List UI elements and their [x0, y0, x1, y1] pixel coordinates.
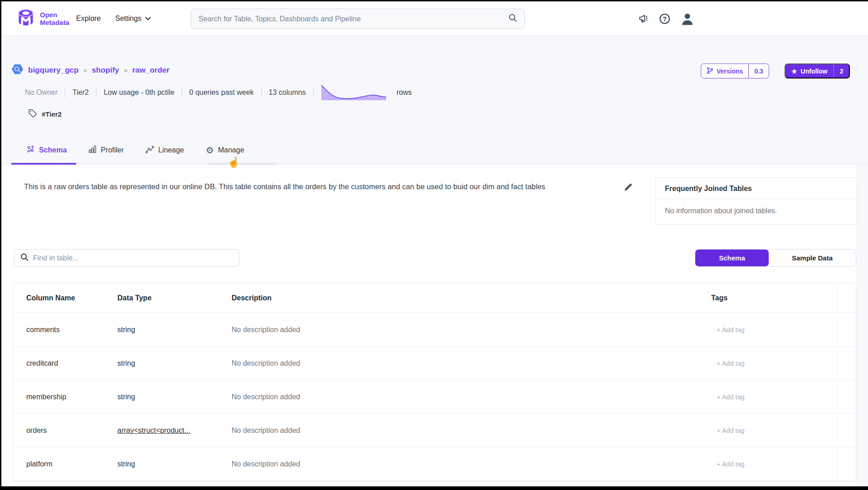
breadcrumb-separator: »: [124, 66, 128, 74]
top-navbar: Open Metadata Explore Settings: [1, 1, 868, 36]
svg-text:?: ?: [663, 15, 666, 22]
breadcrumb-database[interactable]: shopify: [92, 66, 119, 75]
divider: [313, 88, 314, 98]
schema-sample-toggle: Schema Sample Data: [695, 249, 856, 267]
add-tag-button[interactable]: + Add tag: [711, 360, 856, 367]
stat-queries: 0 queries past week: [189, 88, 254, 97]
bigquery-icon: [11, 63, 24, 77]
table-row: membership string No description added +…: [13, 380, 856, 414]
stat-columns: 13 columns: [269, 88, 306, 97]
tag-icon: [28, 108, 37, 120]
data-type-cell: string: [117, 393, 232, 401]
breadcrumb-service[interactable]: bigquery_gcp: [28, 66, 78, 75]
entity-tabs: Schema Profiler Lineage: [26, 142, 244, 158]
stat-usage: Low usage - 0th pctile: [104, 88, 175, 97]
column-name-cell: comments: [26, 326, 117, 334]
column-name-cell: platform: [26, 460, 117, 468]
manage-gear-icon: ⚙: [206, 146, 214, 155]
header-data-type: Data Type: [117, 294, 232, 302]
description-cell: No description added: [232, 393, 711, 401]
tab-lineage[interactable]: Lineage: [145, 146, 184, 155]
app-window: Open Metadata Explore Settings: [0, 0, 868, 490]
tab-lineage-label: Lineage: [158, 146, 184, 154]
column-name-cell: membership: [26, 393, 117, 401]
nav-settings[interactable]: Settings: [115, 15, 151, 23]
header-description: Description: [232, 294, 711, 302]
toggle-schema[interactable]: Schema: [695, 250, 769, 266]
description-cell: No description added: [232, 426, 711, 435]
nav-icons: ?: [638, 1, 694, 36]
find-in-table-box: [14, 249, 239, 267]
data-type-cell: string: [117, 326, 232, 334]
edit-description-pencil-icon[interactable]: [624, 183, 633, 193]
column-name-cell: creditcard: [26, 359, 117, 368]
add-tag-button[interactable]: + Add tag: [711, 326, 856, 333]
versions-button[interactable]: Versions 0.3: [701, 64, 769, 78]
table-row: comments string No description added + A…: [13, 313, 856, 347]
column-divider: [837, 283, 838, 481]
data-type-link[interactable]: array<struct<product...: [117, 426, 232, 435]
stat-tier: Tier2: [73, 88, 89, 97]
add-tag-button[interactable]: + Add tag: [711, 461, 856, 468]
version-number-badge: 0.3: [748, 64, 768, 78]
openmetadata-logo-icon: [16, 8, 36, 29]
page: Open Metadata Explore Settings: [1, 1, 868, 486]
unfollow-button[interactable]: ★ Unfollow 2: [785, 64, 850, 78]
tier-tag[interactable]: #Tier2: [28, 108, 62, 120]
brand[interactable]: Open Metadata: [16, 8, 69, 29]
breadcrumb-separator: »: [83, 66, 87, 74]
table-row: platform string No description added + A…: [13, 447, 856, 481]
tab-schema[interactable]: Schema: [26, 145, 67, 155]
divider: [96, 88, 97, 98]
divider: [182, 88, 182, 98]
divider: [261, 88, 262, 98]
brand-text: Open Metadata: [40, 11, 69, 27]
tab-profiler[interactable]: Profiler: [88, 145, 124, 155]
description-cell: No description added: [232, 326, 711, 334]
column-name-cell: orders: [26, 426, 117, 435]
frequently-joined-tables-card: Frequently Joined Tables No information …: [655, 177, 857, 225]
tab-manage[interactable]: ⚙ Manage: [206, 146, 244, 155]
rows-label: rows: [397, 88, 412, 97]
header-column-name: Column Name: [26, 294, 117, 302]
table-row: creditcard string No description added +…: [13, 347, 856, 380]
columns-table: Column Name Data Type Description Tags c…: [13, 283, 856, 481]
versions-label: Versions: [717, 68, 743, 75]
table-description: This is a raw orders table as represente…: [24, 181, 611, 192]
header-tags: Tags: [711, 294, 856, 302]
table-header-row: Column Name Data Type Description Tags: [13, 283, 856, 313]
star-icon: ★: [791, 68, 797, 75]
find-search-icon: [20, 253, 29, 263]
description-cell: No description added: [232, 359, 711, 368]
stat-owner: No Owner: [25, 88, 58, 97]
announcements-megaphone-icon[interactable]: [638, 14, 649, 24]
search-icon[interactable]: [509, 14, 517, 24]
description-cell: No description added: [232, 460, 711, 468]
follower-count-badge: 2: [834, 64, 849, 78]
nav-explore[interactable]: Explore: [76, 15, 101, 23]
global-search: [191, 9, 525, 29]
data-type-cell: string: [117, 460, 232, 468]
fjt-empty-message: No information about joined tables.: [656, 199, 857, 224]
fjt-title: Frequently Joined Tables: [656, 178, 857, 199]
chevron-down-icon: [145, 15, 151, 23]
add-tag-button[interactable]: + Add tag: [711, 393, 856, 401]
add-tag-button[interactable]: + Add tag: [711, 427, 856, 434]
breadcrumb-table[interactable]: raw_order: [132, 66, 170, 75]
unfollow-label: Unfollow: [801, 68, 828, 75]
tab-manage-label: Manage: [218, 146, 244, 154]
global-search-input[interactable]: [199, 15, 509, 23]
data-type-cell: string: [117, 359, 232, 368]
help-icon[interactable]: ?: [659, 13, 670, 24]
find-in-table-input[interactable]: [33, 254, 233, 262]
tab-profiler-label: Profiler: [101, 146, 124, 154]
mouse-cursor-icon: ☝: [228, 157, 240, 168]
lineage-tab-icon: [145, 146, 154, 155]
entity-stats: No Owner Tier2 Low usage - 0th pctile 0 …: [25, 85, 412, 100]
rows-sparkline-chart: [321, 83, 387, 102]
user-avatar[interactable]: [680, 12, 694, 26]
toggle-sample-data[interactable]: Sample Data: [769, 250, 856, 266]
schema-tab-icon: [26, 145, 35, 155]
tab-schema-label: Schema: [39, 146, 67, 154]
schema-content: This is a raw orders table as represente…: [1, 165, 856, 486]
